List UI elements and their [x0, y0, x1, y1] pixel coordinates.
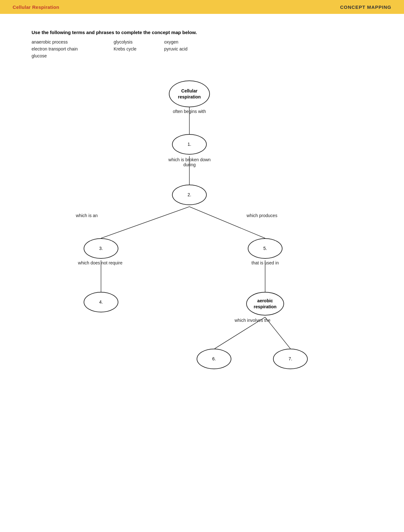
- main-content: Use the following terms and phrases to c…: [0, 14, 404, 437]
- node-2: 2.: [172, 185, 207, 205]
- concept-map: Cellular respiration often begins with 1…: [32, 71, 372, 418]
- terms-grid: anaerobic process glycolysis oxygen elec…: [32, 39, 372, 58]
- label-does-not-require: which does not require: [76, 260, 125, 265]
- label-broken-down: which is broken down during: [163, 157, 216, 167]
- term-1: anaerobic process: [32, 39, 114, 44]
- instructions-text: Use the following terms and phrases to c…: [32, 30, 372, 35]
- label-which-produces: which produces: [240, 213, 284, 218]
- node-cellular-respiration: Cellular respiration: [169, 80, 210, 107]
- node-6: 6.: [197, 349, 231, 369]
- svg-line-3: [189, 207, 265, 238]
- term-6: pyruvic acid: [164, 46, 215, 51]
- node-7: 7.: [273, 349, 308, 369]
- label-which-is-an: which is an: [68, 213, 106, 218]
- header-right-label: CONCEPT MAPPING: [340, 4, 391, 10]
- term-2: glycolysis: [114, 39, 164, 44]
- label-which-involves-the: which involves the: [227, 318, 278, 323]
- node-1: 1.: [172, 134, 207, 155]
- label-that-is-used-in: that is used in: [246, 260, 284, 265]
- node-3: 3.: [84, 238, 118, 259]
- term-3: oxygen: [164, 39, 215, 44]
- svg-line-2: [101, 207, 189, 238]
- node-5: 5.: [248, 238, 282, 259]
- node-aerobic-respiration: aerobic respiration: [246, 292, 284, 316]
- label-often-begins-with: often begins with: [167, 109, 211, 114]
- term-4: electron transport chain: [32, 46, 114, 51]
- node-4: 4.: [84, 292, 118, 312]
- header-left-label: Cellular Respiration: [13, 4, 59, 10]
- term-7: glucose: [32, 53, 114, 58]
- header-bar: Cellular Respiration CONCEPT MAPPING: [0, 0, 404, 14]
- term-5: Krebs cycle: [114, 46, 164, 51]
